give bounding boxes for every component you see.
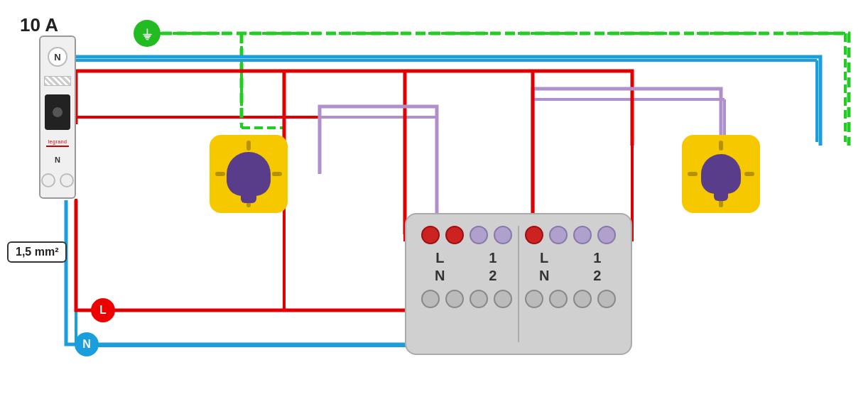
breaker-bottom-terminals	[41, 173, 74, 187]
switch-left-bot-3	[470, 290, 488, 308]
switch-right-L-terminal-1	[525, 226, 543, 244]
switch-right-bot-1	[525, 290, 543, 308]
switch-right-1-terminal-1	[549, 226, 568, 244]
switch-right: L 1 N 2	[522, 226, 619, 342]
switch-right-bot-3	[573, 290, 592, 308]
breaker-neutral-label: N	[55, 155, 60, 164]
breaker-bot-terminal-1	[41, 173, 55, 187]
switch-right-bot-2	[549, 290, 568, 308]
breaker-handle[interactable]	[45, 94, 70, 130]
switch-left-top-terminals	[421, 226, 512, 244]
lamp-fixture-2	[682, 135, 760, 213]
switch-right-bot-4	[597, 290, 616, 308]
breaker-neutral-top: N	[54, 52, 60, 62]
switch-left-N: N	[435, 268, 445, 284]
switch-right-top-terminals	[525, 226, 616, 244]
switch-right-1-terminal-2	[573, 226, 592, 244]
breaker-brand: legrand	[48, 139, 67, 144]
switch-right-1-terminal-3	[597, 226, 616, 244]
switch-left-2: 2	[489, 268, 497, 284]
cable-size-label: 1,5 mm²	[7, 241, 67, 263]
switch-left-bot-2	[445, 290, 464, 308]
breaker-stripe	[44, 76, 71, 86]
breaker-rating-label: 10 A	[20, 14, 58, 36]
switch-left-1: 1	[489, 250, 497, 266]
wiring-diagram: 10 A N legrand N 1,5 mm² L N ⏚	[0, 0, 868, 404]
switch-left-L-terminal-2	[445, 226, 464, 244]
switch-left-bot-4	[494, 290, 512, 308]
switch-left: L 1 N 2	[418, 226, 515, 342]
switch-right-N: N	[539, 268, 549, 284]
breaker-top-terminal: N	[48, 47, 67, 67]
live-terminal: L	[91, 298, 115, 322]
ground-icon: ⏚	[143, 26, 151, 42]
switch-left-1-terminal	[470, 226, 488, 244]
switch-right-L: L	[540, 250, 548, 266]
switch-right-labels: L 1 N 2	[522, 250, 619, 284]
switch-left-1-terminal-2	[494, 226, 512, 244]
switch-right-1: 1	[593, 250, 601, 266]
neutral-terminal: N	[75, 332, 99, 356]
switch-divider	[518, 226, 519, 342]
switch-left-L: L	[435, 250, 444, 266]
circuit-breaker: N legrand N	[39, 36, 76, 199]
switch-left-L-terminal-1	[421, 226, 440, 244]
lamp-fixture-1	[210, 135, 288, 213]
switch-box: L 1 N 2 L 1	[405, 213, 632, 355]
switch-left-bot-1	[421, 290, 440, 308]
ground-terminal: ⏚	[134, 20, 161, 47]
switch-right-2: 2	[593, 268, 601, 284]
breaker-bot-terminal-2	[60, 173, 74, 187]
switch-right-bot-terminals	[525, 290, 616, 308]
switch-left-labels: L 1 N 2	[418, 250, 515, 284]
switch-left-bot-terminals	[421, 290, 512, 308]
